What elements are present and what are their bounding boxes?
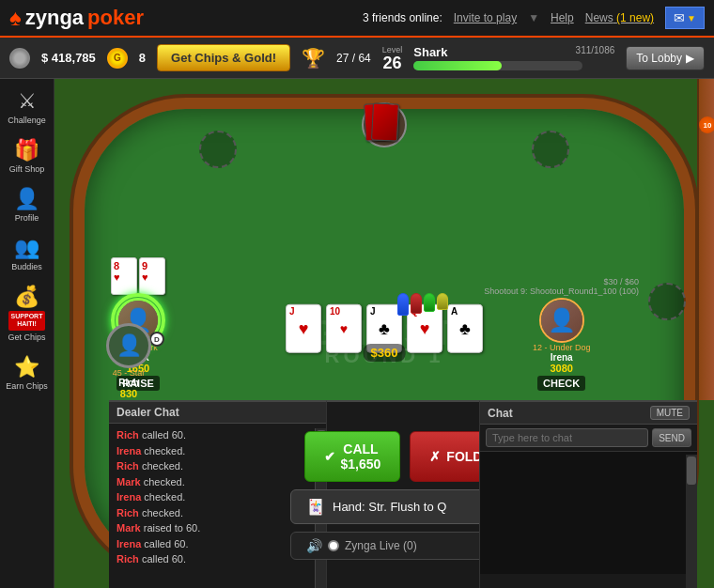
sidebar-item-challenge[interactable]: ⚔ Challenge: [2, 84, 53, 131]
help-link[interactable]: Help: [551, 11, 574, 24]
invite-play-link[interactable]: Invite to play: [454, 11, 517, 24]
chat-messages[interactable]: [480, 452, 697, 574]
sidebar-item-getchips[interactable]: 💰 SUPPORTHAITI! Get Chips: [2, 279, 53, 348]
sidebar-label-earnchips: Earn Chips: [6, 381, 48, 391]
xp-bar-container: Shark 311/1086: [413, 45, 614, 70]
xp-bar-background: [413, 61, 582, 70]
irena-game-info: $30 / $60 Shootout 9: Shootout_Round1_10…: [484, 277, 639, 296]
hand-icon: 🃏: [306, 498, 325, 516]
community-card-1: J ♥: [286, 304, 321, 353]
sound-icon: 🔊: [306, 538, 322, 553]
irena-name: Irena: [551, 352, 573, 363]
mail-button[interactable]: ✉ ▼: [665, 7, 705, 29]
checkmark-icon: ✔: [324, 449, 335, 464]
earnchips-icon: ⭐: [14, 355, 39, 379]
irena-chips: 3080: [550, 363, 572, 374]
right-chat: Chat MUTE SEND: [479, 400, 697, 588]
topbar: ♠ zynga poker 3 friends online: Invite t…: [0, 0, 714, 38]
pot-display: $360: [364, 344, 406, 362]
chat-scrollbar[interactable]: [686, 455, 697, 588]
chat-title: Chat: [488, 407, 513, 420]
logo-poker: poker: [87, 6, 144, 30]
chat-message-2: Irena checked.: [116, 443, 318, 459]
xp-bar-fill: [413, 61, 502, 70]
action-area: ✔ CALL $1,650 ✗ FOLD 🃏 Hand: Str. Flush …: [327, 400, 479, 588]
chat-message-6: Rich checked.: [116, 505, 318, 521]
deck-card-2: [371, 102, 399, 141]
chat-message-7: Mark raised to 60.: [116, 520, 318, 536]
rich-name: Rich: [118, 378, 139, 388]
right-wood-panel: 10: [697, 79, 714, 400]
rich-avatar: 👤: [106, 323, 151, 368]
irena-avatar: 👤: [539, 298, 584, 343]
get-chips-button[interactable]: Get Chips & Gold!: [157, 44, 290, 71]
sidebar-item-buddies[interactable]: 👥 Buddies: [2, 230, 53, 277]
action-buttons: ✔ CALL $1,650 ✗ FOLD: [304, 431, 503, 482]
radio-button: [328, 540, 339, 551]
mail-icon: ✉: [674, 10, 685, 25]
player-top-right: [532, 131, 569, 168]
chat-message-9: Rich called 60.: [116, 551, 318, 567]
deck-cards: [365, 103, 417, 141]
chat-message-10: Irena checked.: [116, 567, 318, 570]
logo: ♠ zynga poker: [9, 5, 144, 31]
challenge-icon: ⚔: [18, 89, 37, 114]
player-rich: 👤 45 - Star Rich 830 $3,080: [106, 323, 151, 412]
mark-hole-cards: 8♥ 9♥: [111, 257, 165, 295]
sidebar: ⚔ Challenge 🎁 Gift Shop 👤 Profile 👥 Budd…: [0, 79, 54, 588]
empty-seat-1: [199, 131, 237, 168]
rich-chips: 830: [120, 388, 137, 399]
to-lobby-button[interactable]: To Lobby ▶: [626, 46, 705, 70]
hole-card-1: 8♥: [111, 257, 137, 295]
sidebar-label-getchips: Get Chips: [8, 333, 45, 342]
player-top-left: [199, 131, 237, 168]
chat-input[interactable]: [486, 428, 648, 447]
player-irena: $30 / $60 Shootout 9: Shootout_Round1_10…: [484, 277, 639, 391]
chat-message-5: Irena checked.: [116, 489, 318, 505]
sidebar-label-profile: Profile: [15, 213, 39, 223]
chat-title-bar: Chat MUTE: [480, 402, 697, 425]
sidebar-label-buddies: Buddies: [11, 262, 42, 271]
logo-icon: ♠: [9, 5, 22, 31]
game-area: GHOST ROUND 1 J ♥ 10 ♥ J ♣: [54, 79, 714, 588]
irena-action: CHECK: [537, 376, 585, 391]
gold-icon: G: [107, 48, 128, 69]
chat-message-4: Mark checked.: [116, 474, 318, 490]
rank-info: 27 / 64: [336, 52, 371, 65]
player-mid-right: [648, 283, 686, 320]
dealer-button: D: [149, 332, 164, 347]
irena-level: 12 - Under Dog: [533, 343, 591, 352]
send-button[interactable]: SEND: [652, 428, 691, 447]
sidebar-item-giftshop[interactable]: 🎁 Gift Shop: [2, 132, 53, 179]
rich-level: 45 - Star: [113, 368, 146, 378]
level-box: Level 26: [382, 45, 403, 71]
news-link[interactable]: News (1 new): [585, 11, 654, 24]
trophy-icon: 🏆: [302, 47, 325, 70]
dealer-chat-title: Dealer Chat: [109, 402, 326, 424]
sidebar-item-profile[interactable]: 👤 Profile: [2, 181, 53, 228]
chat-message-3: Rich checked.: [116, 458, 318, 474]
support-haiti-badge: SUPPORTHAITI!: [8, 311, 46, 331]
chat-input-row: SEND: [480, 425, 697, 452]
x-icon: ✗: [429, 449, 441, 464]
statusbar: $ 418,785 G 8 Get Chips & Gold! 🏆 27 / 6…: [0, 38, 714, 79]
main-area: ⚔ Challenge 🎁 Gift Shop 👤 Profile 👥 Budd…: [0, 79, 714, 588]
mute-button[interactable]: MUTE: [650, 406, 690, 420]
friends-online-text: 3 friends online:: [363, 11, 442, 24]
hole-card-2: 9♥: [139, 257, 165, 295]
sidebar-label-giftshop: Gift Shop: [9, 164, 45, 174]
call-button[interactable]: ✔ CALL $1,650: [304, 431, 401, 482]
center-chips: [397, 293, 448, 316]
getchips-icon: 💰: [14, 285, 39, 309]
giftshop-icon: 🎁: [14, 138, 39, 162]
arrow-right-icon: ▶: [686, 52, 694, 65]
chat-message-1: Rich called 60.: [116, 427, 318, 443]
sidebar-item-earnchips[interactable]: ⭐ Earn Chips: [2, 349, 53, 396]
notification-arrow: ▼: [687, 13, 696, 23]
profile-icon: 👤: [14, 187, 39, 211]
chat-message-8: Irena called 60.: [116, 536, 318, 552]
chat-scroll-thumb: [687, 456, 696, 485]
empty-seat-3: [648, 283, 686, 320]
logo-zynga: zynga: [25, 6, 84, 30]
empty-seat-2: [532, 131, 569, 168]
